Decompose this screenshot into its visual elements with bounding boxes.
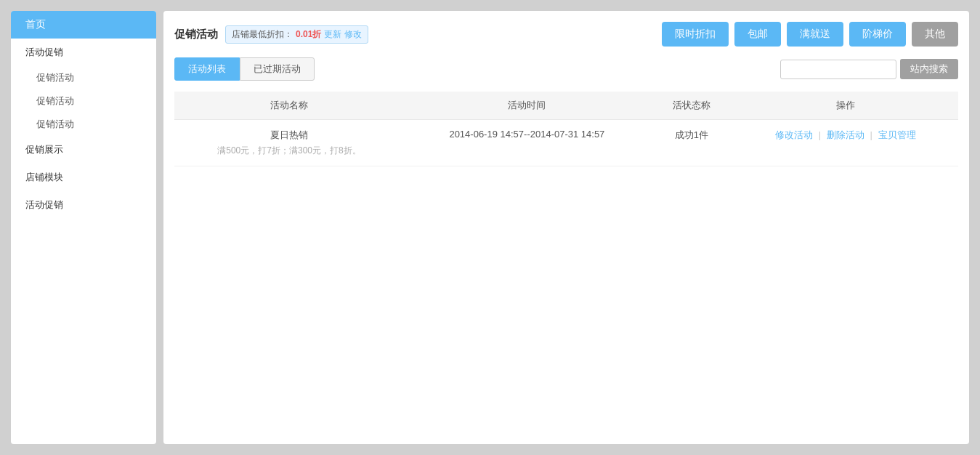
main-content: 促销活动 店铺最低折扣： 0.01折 更新 修改 限时折扣 包邮 满就送 阶梯价…	[163, 11, 969, 444]
activity-desc: 满500元，打7折；满300元，打8折。	[185, 145, 393, 157]
col-header-name: 活动名称	[174, 92, 404, 120]
table-row: 夏日热销 满500元，打7折；满300元，打8折。 2014-06-19 14:…	[174, 120, 958, 166]
sidebar-group-promotion-display[interactable]: 促销展示	[11, 136, 156, 164]
activity-table: 活动名称 活动时间 活状态称 操作 夏日热销 满500元，打7折；满300元，打…	[174, 92, 958, 166]
tab-expired-activity[interactable]: 已过期活动	[240, 57, 315, 81]
badge-value: 0.01折	[296, 28, 321, 41]
sidebar-sub-item-2[interactable]: 促销活动	[11, 113, 156, 136]
badge-prefix: 店铺最低折扣：	[232, 28, 293, 41]
delete-activity-link[interactable]: 删除活动	[827, 129, 864, 140]
btn-other[interactable]: 其他	[912, 22, 958, 47]
btn-flash-discount[interactable]: 限时折扣	[662, 22, 729, 47]
action-sep-2: |	[870, 129, 872, 140]
tab-activity-list[interactable]: 活动列表	[174, 57, 240, 81]
activity-status: 成功1件	[650, 120, 733, 166]
search-button[interactable]: 站内搜索	[900, 59, 958, 79]
sidebar-item-home[interactable]: 首页	[11, 11, 156, 39]
page-title: 促销活动	[174, 28, 218, 41]
btn-free-shipping[interactable]: 包邮	[734, 22, 781, 47]
min-discount-badge: 店铺最低折扣： 0.01折 更新 修改	[225, 25, 368, 44]
activity-main-name: 夏日热销	[185, 129, 393, 142]
col-header-action: 操作	[733, 92, 958, 120]
table-header-row: 活动名称 活动时间 活状态称 操作	[174, 92, 958, 120]
activity-name-cell: 夏日热销 满500元，打7折；满300元，打8折。	[174, 120, 404, 166]
badge-modify-link[interactable]: 修改	[344, 28, 362, 41]
header-row: 促销活动 店铺最低折扣： 0.01折 更新 修改 限时折扣 包邮 满就送 阶梯价…	[174, 22, 958, 47]
activity-actions: 修改活动 | 删除活动 | 宝贝管理	[733, 120, 958, 166]
search-area: 站内搜索	[780, 59, 958, 79]
sidebar-group-activity-promotion2[interactable]: 活动促销	[11, 191, 156, 219]
btn-ladder[interactable]: 阶梯价	[849, 22, 906, 47]
search-input[interactable]	[780, 60, 896, 79]
tabs-search-row: 活动列表 已过期活动 站内搜索	[174, 57, 958, 81]
activity-time: 2014-06-19 14:57--2014-07-31 14:57	[404, 120, 650, 166]
modify-activity-link[interactable]: 修改活动	[775, 129, 813, 140]
header-buttons: 限时折扣 包邮 满就送 阶梯价 其他	[662, 22, 958, 47]
sidebar-group-store-module[interactable]: 店铺模块	[11, 164, 156, 191]
col-header-time: 活动时间	[404, 92, 650, 120]
item-manage-link[interactable]: 宝贝管理	[878, 129, 916, 140]
sidebar-sub-item-1[interactable]: 促销活动	[11, 89, 156, 113]
sidebar-group-activity-promotion[interactable]: 活动促销	[11, 39, 156, 66]
sidebar-sub-item-0[interactable]: 促销活动	[11, 66, 156, 89]
header-left: 促销活动 店铺最低折扣： 0.01折 更新 修改	[174, 25, 368, 44]
col-header-status: 活状态称	[650, 92, 733, 120]
sidebar: 首页 活动促销 促销活动 促销活动 促销活动 促销展示 店铺模块 活动促销	[11, 11, 156, 444]
action-links: 修改活动 | 删除活动 | 宝贝管理	[775, 129, 915, 140]
action-sep-1: |	[819, 129, 821, 140]
tabs-area: 活动列表 已过期活动	[174, 57, 315, 81]
btn-gift[interactable]: 满就送	[787, 22, 843, 47]
badge-update-link[interactable]: 更新	[324, 28, 341, 41]
